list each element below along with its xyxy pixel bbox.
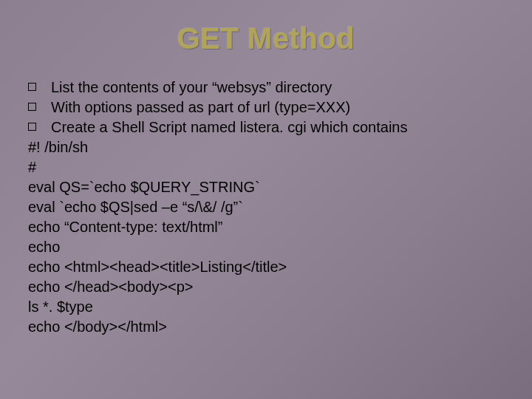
code-line: eval `echo $QS|sed –e “s/\&/ /g”` xyxy=(28,197,510,217)
bullet-text: With options passed as part of url (type… xyxy=(51,98,350,117)
square-bullet-icon xyxy=(28,83,36,91)
code-line: echo <html><head><title>Listing</title> xyxy=(28,257,510,277)
square-bullet-icon xyxy=(28,103,36,111)
bullet-item: List the contents of your “websys” direc… xyxy=(28,78,510,98)
code-line: #! /bin/sh xyxy=(28,137,510,157)
code-line: echo </head><body><p> xyxy=(28,277,510,297)
slide: GET Method List the contents of your “we… xyxy=(0,0,532,399)
bullet-item: Create a Shell Script named listera. cgi… xyxy=(28,117,510,137)
code-line: ls *. $type xyxy=(28,297,510,317)
slide-content: List the contents of your “websys” direc… xyxy=(22,78,510,337)
slide-title: GET Method xyxy=(22,22,510,55)
code-line: echo “Content-type: text/html” xyxy=(28,217,510,237)
square-bullet-icon xyxy=(28,123,36,131)
code-line: eval QS=`echo $QUERY_STRING` xyxy=(28,177,510,197)
code-line: # xyxy=(28,157,510,177)
bullet-item: With options passed as part of url (type… xyxy=(28,98,510,117)
code-line: echo xyxy=(28,237,510,257)
bullet-text: Create a Shell Script named listera. cgi… xyxy=(51,117,407,137)
bullet-text: List the contents of your “websys” direc… xyxy=(51,78,332,98)
code-line: echo </body></html> xyxy=(28,317,510,337)
